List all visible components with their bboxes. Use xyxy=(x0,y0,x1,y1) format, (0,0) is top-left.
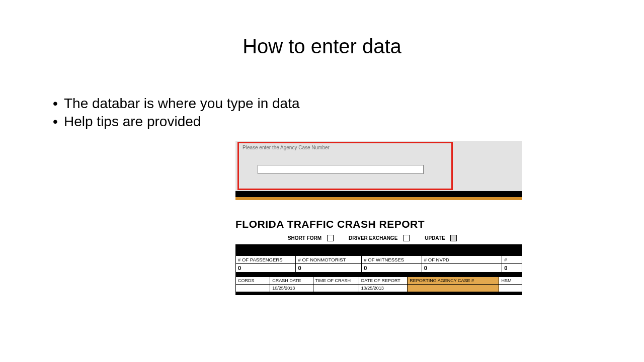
val-cords xyxy=(236,285,270,292)
counts-table: # OF PASSENGERS # OF NONMOTORIST # OF WI… xyxy=(235,255,522,273)
divider xyxy=(235,273,522,277)
val-extra: 0 xyxy=(502,264,522,273)
section-bar xyxy=(235,244,522,255)
val-report-date: 10/25/2013 xyxy=(359,285,408,292)
th-nvpd: # OF NVPD xyxy=(422,256,502,264)
val-witnesses: 0 xyxy=(362,264,422,273)
th-cords: CORDS xyxy=(236,277,270,285)
th-extra: # xyxy=(502,256,522,264)
val-nonmotorist: 0 xyxy=(296,264,362,273)
update-label: UPDATE xyxy=(425,235,445,241)
bullet-1: •The databar is where you type in data xyxy=(53,96,300,112)
th-nonmotorist: # OF NONMOTORIST xyxy=(296,256,362,264)
databar-help-text: Please enter the Agency Case Number xyxy=(243,145,330,150)
driver-exchange-label: DRIVER EXCHANGE xyxy=(349,235,397,241)
report-title: FLORIDA TRAFFIC CRASH REPORT xyxy=(235,218,522,230)
bullet-list: •The databar is where you type in data •… xyxy=(53,96,300,132)
details-table: CORDS CRASH DATE TIME OF CRASH DATE OF R… xyxy=(235,277,522,292)
spacer xyxy=(235,200,522,218)
val-agency-case-highlight xyxy=(408,285,499,292)
databar-panel: Please enter the Agency Case Number xyxy=(235,141,522,191)
short-form-checkbox[interactable] xyxy=(327,235,334,241)
update-checkbox[interactable] xyxy=(450,235,457,241)
val-passengers: 0 xyxy=(236,264,296,273)
divider xyxy=(235,191,522,197)
th-hsm: HSM xyxy=(499,277,522,285)
embedded-screenshot: Please enter the Agency Case Number FLOR… xyxy=(235,141,522,295)
th-agency-case-highlight: REPORTING AGENCY CASE # xyxy=(408,277,499,285)
val-crash-date: 10/25/2013 xyxy=(270,285,313,292)
th-crash-time: TIME OF CRASH xyxy=(313,277,359,285)
agency-case-input[interactable] xyxy=(258,165,424,174)
driver-exchange-checkbox[interactable] xyxy=(403,235,410,241)
val-crash-time xyxy=(313,285,359,292)
bullet-2-text: Help tips are provided xyxy=(64,114,201,129)
val-hsm xyxy=(499,285,522,292)
form-type-row: SHORT FORM DRIVER EXCHANGE UPDATE xyxy=(235,233,522,242)
th-passengers: # OF PASSENGERS xyxy=(236,256,296,264)
val-nvpd: 0 xyxy=(422,264,502,273)
th-witnesses: # OF WITNESSES xyxy=(362,256,422,264)
divider xyxy=(235,292,522,295)
th-report-date: DATE OF REPORT xyxy=(359,277,408,285)
slide-title: How to enter data xyxy=(0,35,644,58)
th-crash-date: CRASH DATE xyxy=(270,277,313,285)
short-form-label: SHORT FORM xyxy=(288,235,321,241)
bullet-2: •Help tips are provided xyxy=(53,114,300,130)
bullet-1-text: The databar is where you type in data xyxy=(64,96,300,111)
